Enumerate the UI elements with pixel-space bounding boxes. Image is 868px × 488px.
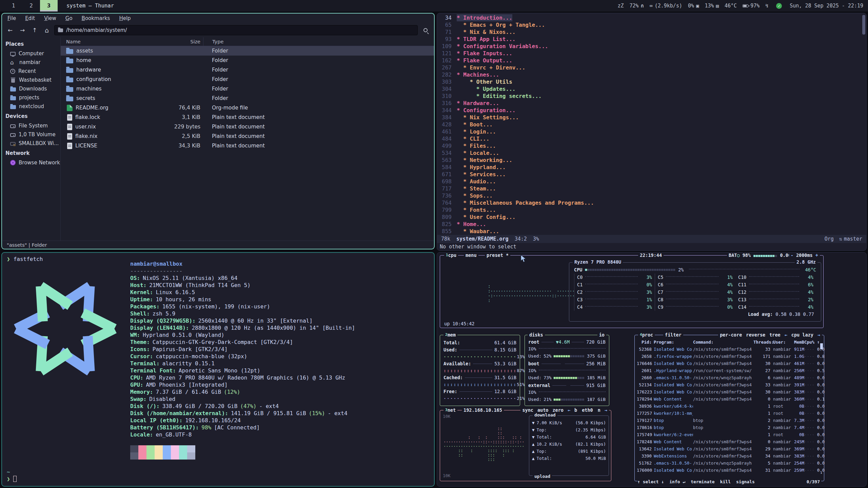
iface-prev-key[interactable]: ← [568, 407, 570, 413]
mem-panel-title[interactable]: 2mem [443, 332, 457, 338]
core-name: C5 [658, 273, 663, 281]
net-control-button[interactable]: sync [522, 407, 533, 413]
preset-button[interactable]: preset * [485, 252, 510, 258]
search-button[interactable] [420, 25, 431, 35]
info-label: Cursor: [130, 353, 153, 360]
file-row[interactable]: assetsFolder [61, 46, 434, 56]
major-mode[interactable]: Org [825, 236, 834, 242]
workspace-button[interactable]: 2 [22, 0, 40, 12]
menu-button[interactable]: menu [464, 252, 478, 258]
file-row[interactable]: secretsFolder [61, 94, 434, 103]
menu-item[interactable]: Bookmarks [82, 15, 110, 21]
proc-cpu: 0.5 [804, 367, 829, 374]
file-row[interactable]: user.nix229 bytesPlain text document [61, 122, 434, 131]
nav-button[interactable] [30, 25, 39, 35]
file-row[interactable]: homeFolder [61, 56, 434, 65]
process-row[interactable]: 2658 .firefox-wrappe /nix/store/sm8fmrf3… [637, 353, 822, 360]
filter-button[interactable]: filter [663, 332, 683, 338]
column-size[interactable]: Size [190, 39, 200, 44]
process-row[interactable]: 2660 .emacs-31.0.50- /nix/store/wnqz5pa8… [637, 374, 822, 381]
process-row[interactable]: 52368 Isolated Web Co /nix/store/sm8fmrf… [637, 346, 822, 353]
process-row[interactable]: 175749 kworker/6:2-even 1 root 0B 0.0 [637, 431, 822, 438]
file-row[interactable]: hardwareFolder [61, 65, 434, 75]
sidebar-item[interactable]: Downloads [2, 84, 60, 93]
file-row[interactable]: flake.nix2,5 KiBPlain text document [61, 131, 434, 141]
sidebar-item[interactable]: Browse Network [2, 158, 60, 167]
proc-mem: 383M [790, 452, 804, 460]
nav-button[interactable] [42, 25, 52, 35]
proc-option-button[interactable]: tree [769, 332, 781, 338]
menu-item[interactable]: View [44, 15, 56, 21]
process-row[interactable]: 176646 Isolated Web Co /nix/store/sm8fmr… [637, 360, 822, 367]
proc-option-button[interactable]: per-core [720, 332, 742, 338]
process-row[interactable]: 13642 Isolated Web Co /nix/store/sm8fmrf… [637, 445, 822, 452]
path-bar[interactable]: /home/nambiar/system/ [54, 25, 418, 35]
sidebar-item[interactable]: 1,0 TB Volume [2, 130, 60, 139]
sort-next[interactable]: → [817, 332, 820, 338]
menu-item[interactable]: Edit [25, 15, 35, 21]
process-row[interactable]: 176000 Isolated Web Co /nix/store/sm8fmr… [637, 467, 822, 474]
io-toggle[interactable]: io [597, 332, 606, 338]
sidebar-item[interactable]: Computer [2, 49, 60, 58]
disks-panel-title[interactable]: disks [528, 332, 545, 338]
file-row[interactable]: flake.lock3,1 KiBPlain text document [61, 113, 434, 122]
proc-mem: 383M [790, 388, 804, 395]
process-row[interactable]: 176223 Isolated Web Co /nix/store/sm8fmr… [637, 388, 822, 395]
column-type[interactable]: Type [203, 37, 434, 46]
process-row[interactable]: 178616 btop btop 2 nambiar 7.4M 0.0 [637, 424, 822, 431]
process-row[interactable]: 38936 kworker/u64:6-kc 1 root 0B 0.0 [637, 403, 822, 410]
sidebar-item[interactable]: nextcloud [2, 102, 60, 111]
scrollbar-thumb[interactable] [862, 15, 865, 35]
workspace-button[interactable]: 1 [5, 0, 22, 12]
refresh-interval[interactable]: - 2000ms + [789, 252, 820, 258]
process-row[interactable]: 2601 .Hyprland-wrapp /run/current-system… [637, 367, 822, 374]
org-heading-text: * Waubar... [457, 228, 499, 235]
terminal-window[interactable]: ❯fastfetch nambiar@smallbox ------------… [1, 252, 435, 487]
sidebar-item[interactable]: nambiar [2, 58, 60, 67]
org-heading-line: 109* Configuration Variables... [437, 43, 866, 50]
workspace-button[interactable]: 3 [40, 0, 58, 12]
sidebar-item[interactable]: File System [2, 121, 60, 130]
footer-action[interactable]: signals [736, 479, 755, 484]
column-name[interactable]: Name [66, 39, 81, 44]
process-row[interactable]: 3390 WebExtensions /nix/store/sm8fmrf3wp… [637, 452, 822, 460]
info-row: WM:Hyprland 0.51.0 (Wayland) [130, 331, 355, 339]
proc-scrollbar-thumb[interactable] [820, 343, 823, 349]
net-panel-title[interactable]: 3net [443, 407, 457, 413]
menu-item[interactable]: Help [119, 15, 131, 21]
nav-button[interactable] [5, 25, 15, 35]
file-row[interactable]: README.org76,4 KiBOrg-mode file [61, 103, 434, 113]
org-heading-line: 534 * Locale... [437, 149, 866, 157]
sidebar-item[interactable]: projects [2, 93, 60, 102]
file-row[interactable]: configurationFolder [61, 75, 434, 84]
proc-option-button[interactable]: reverse [746, 332, 765, 338]
menu-item[interactable]: File [7, 15, 16, 21]
menu-item[interactable]: Go [65, 15, 73, 21]
proc-program: btop [654, 424, 693, 431]
footer-action[interactable]: info ↵ [669, 479, 685, 484]
file-row[interactable]: machinesFolder [61, 84, 434, 94]
footer-action[interactable]: terminate [691, 479, 714, 484]
org-buffer[interactable]: 34* Introduction...65 * Emacs + Org + Ta… [437, 13, 866, 235]
proc-pid: 175749 [637, 431, 654, 438]
proc-panel-title[interactable]: 4proc [638, 332, 655, 338]
sort-prev[interactable]: ← [785, 332, 787, 338]
cpu-panel-title[interactable]: 1cpu [444, 252, 458, 258]
process-row[interactable]: 178294 Web Content /nix/store/sm8fmrf3wp… [637, 395, 822, 403]
process-row[interactable]: 179127 btop btop 2 nambiar 7.3M 0.0 [637, 417, 822, 424]
direction-arrow: ▼ [532, 419, 535, 426]
sidebar-item[interactable]: Recent [2, 67, 60, 76]
footer-action[interactable]: kill [720, 479, 731, 484]
process-row[interactable]: 52134 Isolated Web Co /nix/store/sm8fmrf… [637, 381, 822, 388]
iface-next-key[interactable]: → [605, 407, 607, 413]
core-name: C10 [738, 273, 746, 281]
nav-button[interactable] [18, 25, 27, 35]
process-row[interactable]: 51762 .emacs-31.0.50- /nix/store/wnqz5pa… [637, 460, 822, 467]
process-row[interactable]: 177257 kworker/10:1-mm_ 1 root 0B 0.0 [637, 410, 822, 417]
sidebar-item[interactable]: Wastebasket [2, 76, 60, 84]
footer-action[interactable]: ↑ select ↓ [637, 479, 664, 484]
info-label: Uptime: [130, 296, 153, 303]
process-row[interactable]: 178248 Web Content /nix/store/sm8fmrf3wp… [637, 438, 822, 445]
sidebar-item[interactable]: SMALLBOX Wi... [2, 139, 60, 148]
file-row[interactable]: LICENSE34,3 KiBPlain text document [61, 141, 434, 150]
